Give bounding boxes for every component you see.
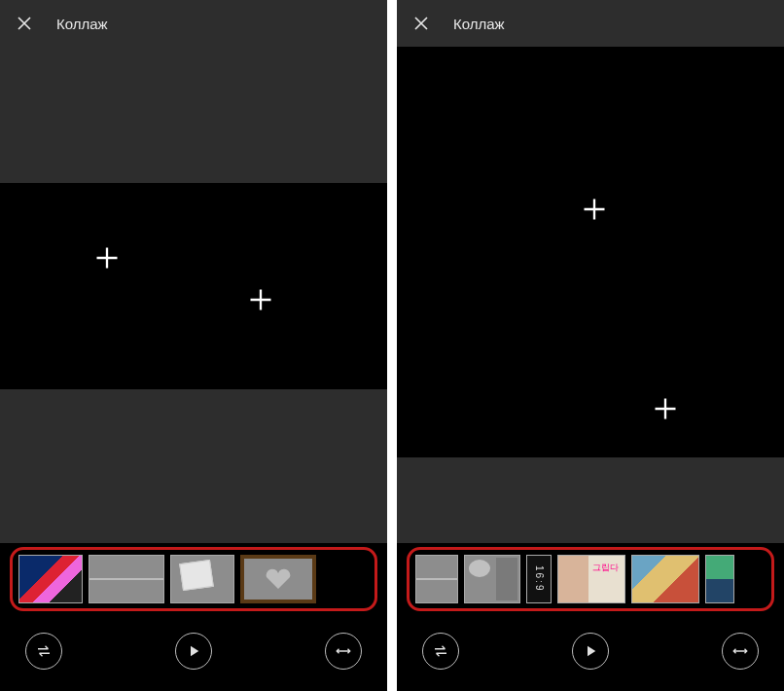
canvas-gray-bottom [397, 457, 784, 543]
template-item[interactable] [240, 555, 316, 603]
template-item[interactable]: 그립다 [557, 555, 625, 603]
templates-bar[interactable] [10, 547, 377, 611]
close-button[interactable] [407, 9, 436, 38]
add-slot-2[interactable] [241, 280, 280, 319]
add-slot-1[interactable] [88, 238, 126, 277]
header-left: Коллаж [0, 0, 387, 47]
canvas-gray-top [0, 47, 387, 183]
template-item[interactable] [89, 555, 164, 603]
add-slot-2[interactable] [646, 389, 685, 428]
crop-icon [335, 642, 352, 660]
plus-icon [581, 196, 608, 223]
add-slot-1[interactable] [575, 190, 614, 229]
phone-right: Коллаж 16:9 그립다 [397, 0, 784, 691]
templates-bar[interactable]: 16:9 그립다 [407, 547, 774, 611]
page-title: Коллаж [56, 16, 108, 32]
page-title: Коллаж [453, 16, 505, 32]
close-button[interactable] [10, 9, 39, 38]
swap-icon [35, 642, 53, 660]
template-item[interactable] [170, 555, 234, 603]
swap-icon [432, 642, 449, 660]
swap-button[interactable] [25, 633, 62, 670]
swap-button[interactable] [422, 633, 459, 670]
phone-left: Коллаж [0, 0, 387, 691]
plus-icon [93, 244, 121, 272]
header-right: Коллаж [397, 0, 784, 47]
canvas-gray-bottom [0, 389, 387, 543]
play-icon [582, 642, 599, 660]
crop-button[interactable] [325, 633, 362, 670]
crop-icon [731, 642, 749, 660]
template-ratio[interactable]: 16:9 [526, 555, 552, 603]
template-overlay-text: 그립다 [592, 562, 619, 574]
plus-icon [652, 395, 679, 422]
plus-icon [247, 286, 274, 313]
template-item-selected[interactable] [18, 555, 83, 603]
close-icon [16, 15, 33, 32]
play-button[interactable] [175, 633, 212, 670]
template-item[interactable] [415, 555, 458, 603]
template-item[interactable] [464, 555, 520, 603]
template-item[interactable] [705, 555, 734, 603]
play-icon [185, 642, 202, 660]
crop-button[interactable] [722, 633, 759, 670]
play-button[interactable] [572, 633, 609, 670]
bottom-controls [397, 633, 784, 670]
bottom-controls [0, 633, 387, 670]
template-item[interactable] [631, 555, 699, 603]
close-icon [412, 15, 430, 32]
